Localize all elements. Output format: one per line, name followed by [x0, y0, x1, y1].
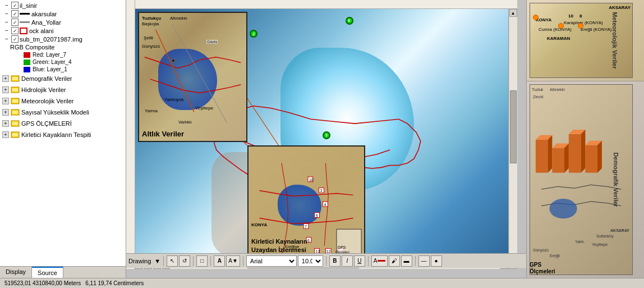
expand-hidrolojik[interactable]: +: [2, 86, 9, 93]
map-point-2: 2: [250, 30, 257, 38]
group-icon-demografik: [11, 74, 20, 83]
panel-tabs: Display Source: [0, 266, 126, 278]
group-icon-meteorolojik: [11, 97, 20, 106]
italic-btn[interactable]: I: [342, 255, 353, 267]
paint-btn[interactable]: 🖌: [389, 255, 400, 267]
inset-map-left: Tuzlukçu Altınekin Başkışla Şeilli Günyü…: [138, 12, 247, 142]
group-icon-sayisal: [11, 108, 20, 117]
underline-btn[interactable]: U: [354, 255, 365, 267]
expand-demografik[interactable]: +: [2, 75, 9, 82]
group-meteorolojik[interactable]: + Meteorolojik Veriler: [1, 95, 125, 107]
group-label-meteorolojik: Meteorolojik Veriler: [21, 98, 74, 104]
blue-layer-row: Blue: Layer_1: [24, 66, 125, 73]
expand-sayisal[interactable]: +: [2, 109, 9, 116]
tree-item-il-sinir[interactable]: − il_sinir: [1, 1, 125, 10]
layer-label-sub-tm: sub_tm_02071987.img: [20, 36, 82, 43]
svg-text:3: 3: [320, 189, 323, 193]
font-select[interactable]: Arial: [246, 255, 297, 267]
svg-text:4: 4: [324, 203, 326, 207]
sep3: [210, 256, 211, 266]
expand-meteorolojik[interactable]: +: [2, 98, 9, 104]
color-text-btn[interactable]: A: [371, 255, 388, 267]
font-tool[interactable]: A▼: [226, 255, 240, 267]
tree-area: − il_sinir − akarsular −: [0, 0, 126, 266]
right-panel-demografik: Tuzluk Altınekin Zincirl Yalıh. Yeşiltep…: [527, 81, 644, 278]
expand-icon-sub-tm[interactable]: −: [3, 36, 10, 43]
tab-display[interactable]: Display: [0, 267, 32, 278]
coordinates-display: 519523,01 4310840,00 Meters: [4, 280, 81, 286]
scroll-thumb-v[interactable]: [510, 90, 517, 164]
svg-text:GPS: GPS: [338, 245, 346, 249]
red-swatch: [24, 52, 30, 58]
sep7: [415, 256, 416, 266]
layer-label-ana-yollar: Ana_Yollar: [31, 19, 61, 26]
scroll-up-btn[interactable]: ▲: [509, 9, 517, 17]
scroll-track-v[interactable]: [509, 17, 517, 261]
checkbox-sub-tm[interactable]: [11, 35, 19, 43]
green-layer-label: Green: Layer_4: [33, 59, 72, 65]
tree-item-akarsular[interactable]: − akarsular: [1, 10, 125, 18]
red-layer-row: Red: Layer_7: [24, 51, 125, 58]
svg-rect-5: [12, 99, 18, 103]
map-point-6: 6: [346, 17, 353, 25]
sep2: [193, 256, 194, 266]
group-label-demografik: Demografik Veriler: [21, 75, 72, 82]
gps-olcmeleri-label: GPSÖlçmeleri: [530, 262, 555, 275]
group-demografik[interactable]: + Demografik Veriler: [1, 73, 125, 84]
app-container: − il_sinir − akarsular −: [0, 0, 644, 288]
scrollbar-vertical[interactable]: ▲ ▼: [508, 9, 517, 269]
svg-marker-45: [581, 130, 586, 173]
group-icon-gps: [11, 119, 20, 128]
tab-source[interactable]: Source: [32, 267, 63, 278]
expand-icon-ana-yollar[interactable]: −: [3, 19, 10, 26]
drawing-toolbar: Drawing ▼ ↖ ↺ □ A A▼ Arial 10.0 B I: [126, 253, 526, 268]
group-hidrolojik[interactable]: + Hidrolojik Veriler: [1, 84, 125, 95]
expand-icon-ock-alani[interactable]: −: [3, 28, 10, 34]
red-layer-label: Red: Layer_7: [33, 52, 66, 58]
group-gps[interactable]: + GPS ÖLÇMELERİ: [1, 118, 125, 129]
bold-btn[interactable]: B: [329, 255, 341, 267]
tree-item-ana-yollar[interactable]: − Ana_Yollar: [1, 18, 125, 26]
expand-kirletici[interactable]: +: [2, 131, 9, 138]
circle-btn[interactable]: ●: [431, 255, 442, 267]
checkbox-ana-yollar[interactable]: [11, 19, 19, 26]
expand-gps[interactable]: +: [2, 120, 9, 127]
rect-tool[interactable]: □: [196, 255, 208, 267]
right-panel: AKSARAY KONYA Karapinar (KONYA) Cumra (K…: [526, 0, 644, 278]
line-btn[interactable]: —: [418, 255, 430, 267]
checkbox-akarsular[interactable]: [11, 10, 19, 17]
drawing-dropdown[interactable]: ▼: [154, 258, 160, 264]
group-sayisal[interactable]: + Sayısal Yükseklik Modeli: [1, 107, 125, 118]
right-panel-meteorolojik: AKSARAY KONYA Karapinar (KONYA) Cumra (K…: [527, 0, 644, 81]
group-label-hidrolojik: Hidrolojik Veriler: [21, 86, 66, 93]
checkbox-il-sinir[interactable]: [11, 2, 19, 9]
checkbox-ock-alani[interactable]: [11, 27, 19, 34]
sep1: [163, 256, 164, 266]
group-label-gps: GPS ÖLÇMELERİ: [21, 120, 72, 127]
tree-item-ock-alani[interactable]: − ock alani: [1, 26, 125, 35]
group-label-kirletici: Kirletici Kayakların Tespiti: [21, 131, 91, 138]
expand-icon-akarsular[interactable]: −: [3, 11, 10, 17]
rgb-legend: Red: Layer_7 Green: Layer_4 Blue: Layer_…: [1, 51, 125, 73]
svg-rect-43: [569, 134, 581, 173]
text-tool[interactable]: A: [214, 255, 225, 267]
fontsize-select[interactable]: 10.0: [298, 255, 323, 267]
layer-label-akarsular: akarsular: [31, 11, 57, 17]
svg-marker-48: [597, 141, 602, 173]
svg-text:7: 7: [305, 225, 307, 228]
line-color-btn[interactable]: ▬: [401, 255, 412, 267]
undo-btn[interactable]: ↺: [179, 255, 190, 267]
svg-rect-11: [12, 133, 18, 136]
green-layer-row: Green: Layer_4: [24, 58, 125, 66]
inset-map-bottom: 10 3 4 5 7 6 11: [247, 145, 365, 266]
group-kirletici[interactable]: + Kirletici Kayakların Tespiti: [1, 129, 125, 140]
pixels-display: 6,11 19,74 Centimeters: [85, 280, 144, 286]
ruler-top: [135, 0, 517, 9]
expand-icon[interactable]: −: [3, 2, 10, 9]
map-area[interactable]: 2 6 1 3 4: [135, 9, 517, 269]
svg-point-49: [549, 199, 577, 218]
tree-item-sub-tm[interactable]: − sub_tm_02071987.img: [1, 35, 125, 43]
svg-rect-37: [536, 140, 548, 173]
arrow-tool[interactable]: ↖: [167, 255, 178, 267]
svg-marker-39: [548, 135, 552, 173]
